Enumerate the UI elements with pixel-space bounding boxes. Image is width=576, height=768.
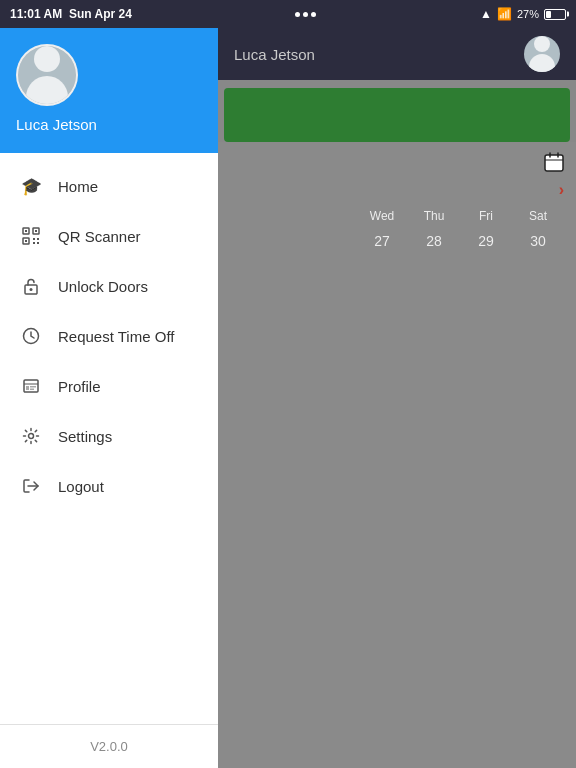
sidebar-item-home[interactable]: 🎓 Home: [0, 161, 218, 211]
sidebar-item-profile[interactable]: Profile: [0, 361, 218, 411]
svg-rect-8: [33, 242, 35, 244]
wifi-icon: ▲: [480, 7, 492, 21]
sidebar-item-unlock-doors-label: Unlock Doors: [58, 278, 148, 295]
cal-nav: ›: [230, 181, 564, 199]
sidebar-item-request-time-off-label: Request Time Off: [58, 328, 174, 345]
svg-rect-5: [25, 240, 27, 242]
right-panel: Luca Jetson ›: [218, 28, 576, 768]
profile-icon: [20, 375, 42, 397]
svg-point-18: [29, 434, 34, 439]
battery-fill: [546, 11, 551, 18]
svg-rect-17: [30, 389, 34, 391]
status-center-dots: [295, 12, 316, 17]
sidebar-header: Luca Jetson: [0, 28, 218, 153]
sidebar-item-profile-label: Profile: [58, 378, 101, 395]
day-header-sat: Sat: [512, 205, 564, 227]
status-indicators: ▲ 📶 27%: [480, 7, 566, 21]
home-icon: 🎓: [20, 175, 42, 197]
sidebar-item-logout[interactable]: Logout: [0, 461, 218, 511]
logout-icon: [20, 475, 42, 497]
status-bar: 11:01 AM Sun Apr 24 ▲ 📶 27%: [0, 0, 576, 28]
clock-icon: [20, 325, 42, 347]
svg-point-11: [30, 288, 33, 291]
sidebar-item-home-label: Home: [58, 178, 98, 195]
chevron-right-icon[interactable]: ›: [559, 181, 564, 199]
dot-1: [295, 12, 300, 17]
svg-rect-9: [37, 242, 39, 244]
sidebar: Luca Jetson 🎓 Home: [0, 28, 218, 768]
signal-icon: 📶: [497, 7, 512, 21]
sidebar-item-qr-label: QR Scanner: [58, 228, 141, 245]
sidebar-nav: 🎓 Home: [0, 153, 218, 724]
qr-icon: [20, 225, 42, 247]
day-header-fri: Fri: [460, 205, 512, 227]
svg-rect-6: [33, 238, 35, 240]
sidebar-item-unlock-doors[interactable]: Unlock Doors: [0, 261, 218, 311]
settings-icon: [20, 425, 42, 447]
dot-2: [303, 12, 308, 17]
right-header: Luca Jetson: [218, 28, 576, 80]
day-header-thu: Thu: [408, 205, 460, 227]
sidebar-item-settings-label: Settings: [58, 428, 112, 445]
calendar-area: › Wed Thu Fri Sat 27 28 29 30: [218, 142, 576, 768]
status-time: 11:01 AM Sun Apr 24: [10, 7, 132, 21]
date-30[interactable]: 30: [512, 227, 564, 255]
lock-icon: [20, 275, 42, 297]
cal-top: [230, 152, 564, 177]
date-28[interactable]: 28: [408, 227, 460, 255]
battery-percent: 27%: [517, 8, 539, 20]
sidebar-item-qr-scanner[interactable]: QR Scanner: [0, 211, 218, 261]
date-27[interactable]: 27: [356, 227, 408, 255]
right-header-avatar: [524, 36, 560, 72]
sidebar-version: V2.0.0: [0, 724, 218, 768]
day-header-wed: Wed: [356, 205, 408, 227]
calendar-dates: 27 28 29 30: [230, 227, 564, 255]
svg-rect-16: [30, 386, 36, 388]
svg-rect-7: [37, 238, 39, 240]
avatar: [16, 44, 78, 106]
sidebar-item-request-time-off[interactable]: Request Time Off: [0, 311, 218, 361]
sidebar-username: Luca Jetson: [16, 116, 97, 133]
sidebar-item-settings[interactable]: Settings: [0, 411, 218, 461]
battery-icon: [544, 9, 566, 20]
svg-rect-3: [35, 230, 37, 232]
right-header-title: Luca Jetson: [234, 46, 315, 63]
avatar-image: [18, 46, 76, 104]
date-29[interactable]: 29: [460, 227, 512, 255]
main-layout: Luca Jetson 🎓 Home: [0, 28, 576, 768]
svg-rect-15: [26, 386, 29, 390]
calendar-day-headers: Wed Thu Fri Sat: [230, 205, 564, 227]
svg-rect-1: [25, 230, 27, 232]
dot-3: [311, 12, 316, 17]
svg-rect-20: [545, 155, 563, 171]
calendar-icon[interactable]: [544, 152, 564, 177]
green-banner: [224, 88, 570, 142]
sidebar-item-logout-label: Logout: [58, 478, 104, 495]
